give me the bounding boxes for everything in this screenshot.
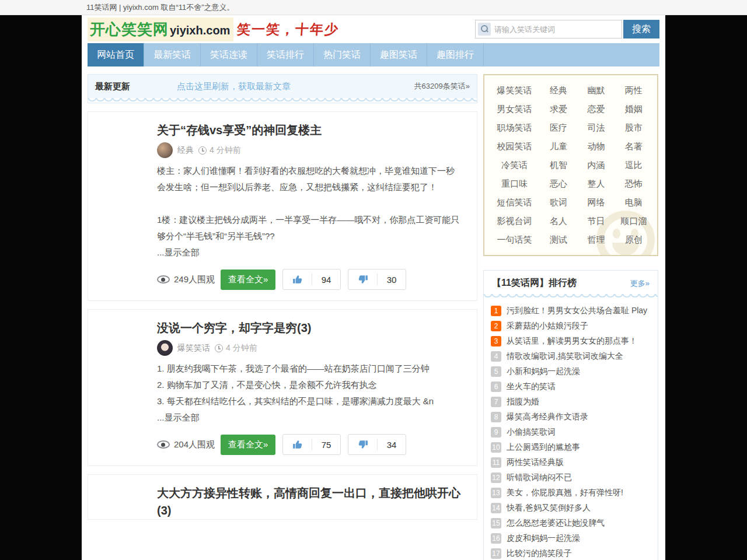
ranking-item[interactable]: 12听错歌词纳闷不已 [491, 470, 651, 485]
category-link[interactable]: 短信笑话 [497, 197, 532, 208]
category-link[interactable]: 男女笑话 [497, 104, 532, 115]
like-button[interactable]: 75 [282, 434, 341, 455]
nav-item-funny-pics[interactable]: 趣图笑话 [371, 43, 427, 66]
ranking-item[interactable]: 16皮皮和妈妈一起洗澡 [491, 531, 651, 546]
nav-item-hot-jokes[interactable]: 热门笑话 [314, 43, 371, 66]
category-link[interactable]: 爆笑笑话 [497, 85, 532, 96]
more-link[interactable]: 更多» [630, 278, 650, 289]
article-meta: 经典 4 分钟前 [157, 142, 463, 158]
category-link[interactable]: 两性 [625, 85, 643, 96]
search-button[interactable]: 搜索 [623, 20, 659, 38]
read-full-button[interactable]: 查看全文» [221, 435, 275, 455]
article-title[interactable]: 关于“存钱vs享受”的神回复楼主 [157, 121, 463, 139]
like-button[interactable]: 94 [282, 269, 341, 290]
ranking-item[interactable]: 14快看,爸妈又笑倒好多人 [491, 501, 651, 516]
views-count: 204人围观 [157, 439, 215, 450]
article-title[interactable]: 没说一个穷字，却字字是穷(3) [157, 319, 463, 337]
category-link[interactable]: 医疗 [550, 123, 567, 134]
category-link[interactable]: 恐怖 [625, 178, 643, 190]
nav-item-latest-jokes[interactable]: 最新笑话 [144, 43, 201, 66]
ranking-item[interactable]: 1污到脸红！男男女女公共场合羞耻 Play [491, 303, 651, 318]
show-all-label: ...显示全部 [157, 410, 463, 426]
refresh-link[interactable]: 点击这里刷新，获取最新文章 [177, 81, 291, 92]
category-link[interactable]: 幽默 [587, 85, 605, 96]
rank-badge: 4 [491, 351, 501, 362]
article-footer: 204人围观 查看全文» 75 [157, 434, 463, 455]
category-link[interactable]: 机智 [550, 160, 567, 171]
category-link[interactable]: 原创 [625, 235, 643, 246]
ranking-box: 【11笑话网】排行榜 更多» 1污到脸红！男男女女公共场合羞耻 Play 2采蘑… [483, 270, 658, 560]
ranking-item[interactable]: 10上公厕遇到的尴尬事 [491, 440, 651, 455]
ranking-item[interactable]: 4情歌改编歌词,搞笑歌词改编大全 [491, 349, 651, 364]
category-link[interactable]: 校园笑话 [497, 141, 532, 152]
dislike-count: 34 [378, 440, 406, 450]
rank-text: 污到脸红！男男女女公共场合羞耻 Play [507, 306, 647, 316]
site-slogan: 笑一笑，十年少 [236, 20, 340, 38]
ranking-item[interactable]: 13美女，你屁股真翘，好有弹性呀! [491, 485, 651, 501]
ranking-item[interactable]: 3从笑话里，解读男男女女的那点事！ [491, 334, 651, 349]
eye-icon [157, 275, 170, 284]
category-link[interactable]: 冷笑话 [501, 160, 528, 171]
category-link[interactable]: 整人 [587, 178, 605, 190]
rank-badge: 15 [491, 518, 501, 528]
nav-item-home[interactable]: 网站首页 [88, 43, 144, 66]
rank-badge: 1 [491, 306, 501, 316]
category-link[interactable]: 恶心 [550, 178, 567, 190]
category-link[interactable]: 影视台词 [497, 216, 532, 227]
ranking-list: 1污到脸红！男男女女公共场合羞耻 Play 2采蘑菇的小姑娘污段子 3从笑话里，… [484, 299, 658, 560]
dislike-button[interactable]: 34 [348, 434, 406, 455]
ranking-item[interactable]: 2采蘑菇的小姑娘污段子 [491, 318, 651, 334]
search-input[interactable] [494, 21, 622, 37]
article-body: 楼主：家人们谁懂啊！看到好看的衣服想吃的大餐就想冲，毕竟谁知道下一秒会发生啥；但… [157, 163, 463, 261]
category-link[interactable]: 股市 [625, 123, 643, 134]
read-full-button[interactable]: 查看全文» [221, 270, 275, 290]
site-logo[interactable]: 开心笑笑网 yiyixh.com 笑一笑，十年少 [88, 18, 339, 41]
top-strip: 11笑话网 | yiyixh.com 取自“11不舍”之意义。 [0, 0, 747, 15]
latest-update-bar: 最新更新 点击这里刷新，获取最新文章 共63209条笑话» [88, 74, 477, 103]
category-link[interactable]: 婚姻 [625, 104, 643, 115]
dislike-button[interactable]: 30 [348, 269, 406, 290]
category-link[interactable]: 一句话笑 [497, 235, 532, 246]
category-link[interactable]: 儿童 [550, 141, 567, 152]
category-link[interactable]: 司法 [587, 123, 605, 134]
total-jokes-link[interactable]: 共63209条笑话» [414, 81, 470, 92]
category-link[interactable]: 测试 [550, 235, 567, 246]
rank-badge: 14 [491, 503, 501, 513]
rank-badge: 16 [491, 533, 501, 544]
nav-item-funny-pic-ranking[interactable]: 趣图排行 [427, 43, 484, 66]
article-paragraph: 楼主：家人们谁懂啊！看到好看的衣服想吃的大餐就想冲，毕竟谁知道下一秒会发生啥；但… [157, 163, 463, 195]
article-category: 爆笑笑话 [177, 343, 210, 354]
category-link[interactable]: 网络 [587, 197, 605, 208]
ranking-item[interactable]: 15怎么怒怼老婆还让她没脾气 [491, 516, 651, 531]
ranking-item[interactable]: 5小新和妈妈一起洗澡 [491, 364, 651, 379]
article-card: 关于“存钱vs享受”的神回复楼主 经典 4 分钟前 楼主：家人们谁懂啊！看到好看… [88, 111, 477, 301]
category-link[interactable]: 内涵 [587, 160, 605, 171]
article-paragraph: 1楼：建议楼主把钱分成两半，一半享受一半存——哦不对，你那点工资可能只够分个“半… [157, 212, 463, 244]
ranking-item[interactable]: 11两性笑话经典版 [491, 455, 651, 470]
category-link[interactable]: 逗比 [625, 160, 643, 171]
category-link[interactable]: 哲理 [587, 235, 605, 246]
nav-item-joke-reading[interactable]: 笑话连读 [201, 43, 257, 66]
ranking-item[interactable]: 7指腹为婚 [491, 394, 651, 410]
ranking-item[interactable]: 9小偷搞笑歌词 [491, 425, 651, 440]
category-link[interactable]: 经典 [550, 85, 567, 96]
ranking-item[interactable]: 6坐火车的笑话 [491, 379, 651, 394]
rank-text: 怎么怒怼老婆还让她没脾气 [507, 518, 605, 528]
category-link[interactable]: 恋爱 [587, 104, 605, 115]
avatar [157, 340, 173, 356]
category-link[interactable]: 求爱 [550, 104, 567, 115]
category-link[interactable]: 顺口溜 [620, 216, 647, 227]
nav-item-joke-ranking[interactable]: 笑话排行 [257, 43, 314, 66]
article-time: 4 分钟前 [210, 145, 241, 156]
ranking-item[interactable]: 17比较污的搞笑段子 [491, 546, 651, 560]
article-title[interactable]: 大大方方接异性转账，高情商回复一出口，直接把他哄开心(3) [157, 484, 463, 519]
category-link[interactable]: 重口味 [501, 178, 528, 190]
category-link[interactable]: 节日 [587, 216, 605, 227]
category-link[interactable]: 电脑 [625, 197, 643, 208]
category-link[interactable]: 动物 [587, 141, 605, 152]
category-link[interactable]: 职场笑话 [497, 123, 532, 134]
category-link[interactable]: 歌词 [550, 197, 567, 208]
category-link[interactable]: 名人 [550, 216, 567, 227]
category-link[interactable]: 名著 [625, 141, 643, 152]
ranking-item[interactable]: 8爆笑高考经典作文语录 [491, 410, 651, 425]
